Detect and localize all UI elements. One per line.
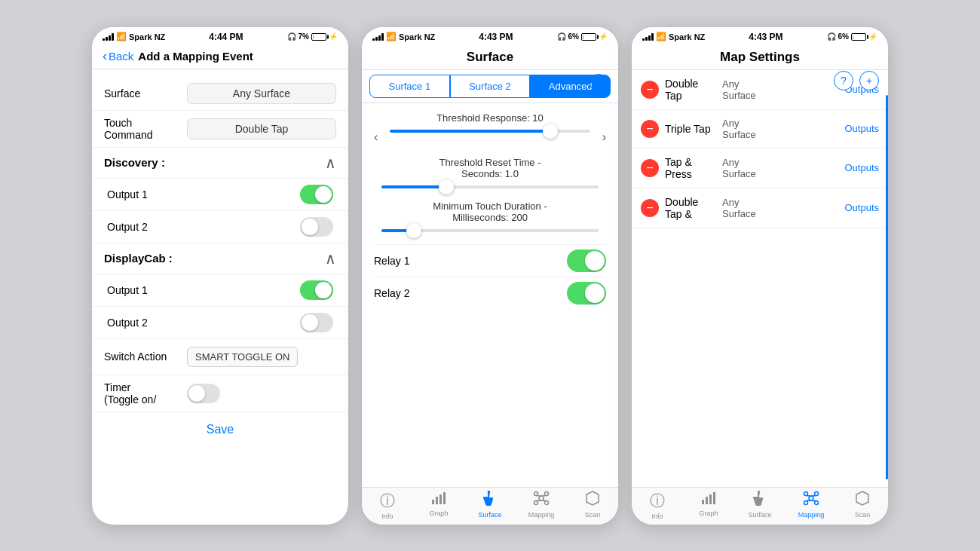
btab-info-2[interactable]: ⓘ Info	[362, 491, 413, 520]
displaycab-section: DisplayCab : ∧	[92, 243, 348, 274]
dc-output1-toggle[interactable]	[300, 280, 333, 300]
headphone-icon: 🎧	[287, 32, 296, 41]
slider3-label: Minimum Touch Duration - Milliseconds: 2…	[374, 201, 606, 223]
map-surface-0: Any Surface	[722, 78, 838, 101]
btab-graph-3[interactable]: Graph	[683, 491, 734, 520]
svg-line-23	[811, 495, 816, 496]
carrier-2: Spark NZ	[399, 32, 435, 41]
slider3-thumb[interactable]	[406, 223, 421, 238]
btab-surface-3[interactable]: Surface	[734, 491, 786, 520]
dc-output1-label: Output 1	[107, 284, 148, 296]
map-outputs-2[interactable]: Outputs	[844, 162, 879, 173]
btab-surface-2[interactable]: Surface	[464, 491, 516, 520]
dc-output2-row: Output 2	[92, 307, 348, 339]
time-3: 4:43 PM	[749, 32, 782, 42]
timer-toggle[interactable]	[187, 384, 220, 403]
phone2: 📶 Spark NZ 4:43 PM 🎧 6% ⚡ Surface ? Surf…	[362, 27, 618, 525]
btab-mapping-3[interactable]: Mapping	[786, 491, 837, 520]
remove-btn-2[interactable]: −	[641, 159, 659, 177]
discovery-collapse-button[interactable]: ∧	[325, 154, 336, 172]
relay1-toggle[interactable]	[567, 249, 606, 272]
slider2-thumb[interactable]	[439, 179, 454, 194]
surface-value[interactable]: Any Surface	[187, 83, 336, 104]
btab-scan-2[interactable]: Scan	[567, 491, 618, 520]
svg-line-10	[541, 495, 547, 496]
svg-rect-3	[443, 492, 446, 504]
slider1-track[interactable]	[390, 130, 590, 133]
charge-icon-2: ⚡	[599, 32, 608, 41]
map-outputs-1[interactable]: Outputs	[844, 123, 879, 134]
form-area: Surface Any Surface Touch Command Double…	[92, 69, 348, 525]
svg-rect-16	[713, 492, 715, 504]
slider3-track[interactable]	[381, 229, 599, 232]
info-icon-2: ⓘ	[380, 491, 395, 511]
remove-btn-3[interactable]: −	[641, 199, 659, 217]
help-button-2[interactable]: ?	[590, 74, 608, 92]
slider1-left-arrow[interactable]: ‹	[374, 130, 378, 144]
battery-icon-3	[851, 33, 866, 41]
btab-mapping-2[interactable]: Mapping	[516, 491, 567, 520]
carrier-1: Spark NZ	[129, 32, 165, 41]
svg-point-17	[809, 496, 813, 500]
relay2-toggle[interactable]	[567, 282, 606, 305]
switch-action-value[interactable]: SMART TOGGLE ON	[187, 347, 298, 367]
map-outputs-3[interactable]: Outputs	[844, 202, 879, 213]
timer-label: Timer (Toggle on/	[104, 381, 187, 406]
btab-graph-2[interactable]: Graph	[413, 491, 464, 520]
svg-point-8	[545, 500, 549, 504]
save-button[interactable]: Save	[207, 423, 234, 436]
mapping-icon-2	[533, 491, 550, 510]
displaycab-collapse-button[interactable]: ∧	[325, 249, 336, 268]
output1-label: Output 1	[107, 188, 148, 201]
wifi-icon-2: 📶	[386, 32, 397, 41]
slider2-track[interactable]	[381, 185, 599, 188]
status-bar-1: 📶 Spark NZ 4:44 PM 🎧 7% ⚡	[92, 27, 348, 45]
output2-toggle[interactable]	[300, 217, 333, 237]
slider1-right-arrow[interactable]: ›	[602, 130, 606, 144]
output1-toggle[interactable]	[300, 185, 333, 204]
btab-info-3[interactable]: ⓘ Info	[632, 491, 683, 520]
map-row-3: − Double Tap & Any Surface Outputs	[632, 188, 888, 228]
svg-point-5	[534, 491, 538, 495]
discovery-output1-row: Output 1	[92, 179, 348, 211]
nav-title-3: Map Settings	[720, 50, 800, 64]
battery-pct-1: 7%	[299, 32, 309, 41]
time-2: 4:43 PM	[479, 32, 513, 42]
status-left-3: 📶 Spark NZ	[642, 32, 705, 41]
map-header-btns: ? +	[834, 71, 879, 90]
btab-mapping-label-2: Mapping	[528, 511, 555, 519]
remove-btn-1[interactable]: −	[641, 120, 659, 138]
map-row-1: − Triple Tap Any Surface Outputs	[632, 110, 888, 148]
tab-surface1[interactable]: Surface 1	[369, 75, 450, 98]
btab-scan-3[interactable]: Scan	[837, 491, 888, 520]
svg-point-21	[815, 500, 819, 504]
add-button-3[interactable]: +	[859, 71, 879, 90]
map-surface-1: Any Surface	[722, 118, 838, 140]
battery-pct-2: 6%	[568, 32, 579, 41]
tab-surface2[interactable]: Surface 2	[450, 75, 531, 98]
status-bar-3: 📶 Spark NZ 4:43 PM 🎧 6% ⚡	[632, 27, 888, 45]
back-label[interactable]: Back	[109, 50, 133, 63]
back-button[interactable]: ‹ Back	[103, 48, 133, 64]
save-button-area: Save	[92, 412, 348, 447]
status-left-2: 📶 Spark NZ	[372, 32, 435, 41]
svg-point-4	[539, 496, 544, 500]
touch-label: Touch Command	[104, 117, 187, 141]
carrier-3: Spark NZ	[669, 32, 705, 41]
help-button-3[interactable]: ?	[834, 71, 853, 90]
btab-scan-label-2: Scan	[585, 511, 601, 519]
wifi-icon: 📶	[116, 32, 127, 41]
wifi-icon-3: 📶	[656, 32, 666, 41]
remove-btn-0[interactable]: −	[641, 81, 659, 99]
status-bar-2: 📶 Spark NZ 4:43 PM 🎧 6% ⚡	[362, 27, 618, 45]
svg-point-19	[815, 491, 819, 495]
nav-bar-3: Map Settings ? +	[632, 45, 888, 70]
btab-info-label-2: Info	[381, 513, 393, 520]
relay2-label: Relay 2	[374, 287, 409, 299]
touch-value[interactable]: Double Tap	[187, 118, 336, 139]
slider1-thumb[interactable]	[543, 124, 558, 139]
btab-surface-label-3: Surface	[748, 511, 771, 519]
map-cmd-1: Triple Tap	[665, 123, 716, 135]
signal-icon-2	[372, 33, 384, 41]
dc-output2-toggle[interactable]	[300, 313, 333, 332]
